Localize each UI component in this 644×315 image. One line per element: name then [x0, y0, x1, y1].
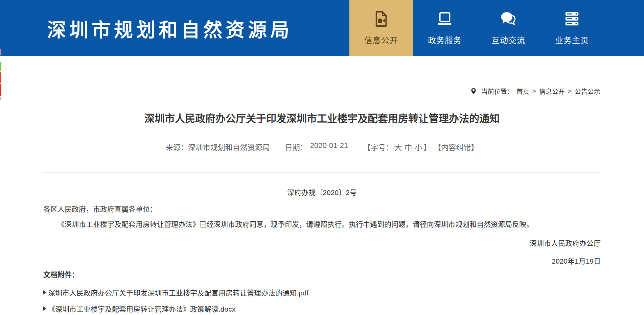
left-edge-sliver [0, 97, 1, 100]
doc-number: 深府办规〔2020〕2号 [0, 187, 644, 197]
fontsize-medium-button[interactable]: 中 [405, 141, 412, 152]
breadcrumb-separator: > [532, 88, 536, 95]
signature-org: 深圳市人民政府办公厅 [530, 238, 601, 248]
attachment-text-pdf[interactable]: 深圳市人民政府办公厅关于印发深圳市工业楼宇及配套用房转让管理办法的通知.pdf [48, 287, 308, 297]
divider [44, 172, 600, 173]
breadcrumb-label: 当前位置： [481, 87, 513, 96]
breadcrumb-separator: > [568, 88, 572, 95]
tab-government-services[interactable]: 政务服务 [413, 0, 477, 56]
tab-label: 政务服务 [428, 34, 462, 46]
attachments-label: 文档附件： [43, 269, 79, 279]
meta-date-label: 日期： [285, 141, 307, 152]
meta-date-value: 2020-01-21 [310, 141, 348, 152]
attachment-link-pdf[interactable]: 深圳市人民政府办公厅关于印发深圳市工业楼宇及配套用房转让管理办法的通知.pdf [43, 287, 308, 297]
fontsize-suffix: 】 [423, 141, 431, 152]
tab-label: 业务主页 [555, 34, 589, 46]
fontsize-prefix: 【字号： [363, 141, 393, 152]
tab-business-home[interactable]: 业务主页 [540, 0, 604, 56]
server-stack-icon [564, 10, 580, 28]
body-paragraph: 《深圳市工业楼宇及配套用房转让管理办法》已经深圳市政府同意，现予印发，请遵照执行… [43, 219, 601, 230]
signature-date: 2020年1月19日 [552, 256, 601, 266]
breadcrumb: 当前位置： 首页 > 信息公开 > 公告公示 [471, 87, 600, 96]
location-pin-icon [471, 88, 476, 95]
attachment-link-docx[interactable]: 《深圳市工业楼宇及配套用房转让管理办法》政策解读.docx [43, 304, 235, 314]
breadcrumb-info-disclosure[interactable]: 信息公开 [539, 87, 565, 96]
site-header: 深圳市规划和自然资源局 信息公开 [0, 0, 644, 56]
chat-bubbles-icon [500, 10, 516, 28]
top-nav: 信息公开 政务服务 [349, 0, 604, 56]
device-icon [437, 10, 453, 28]
content-correction-button[interactable]: 【内容纠错】 [434, 141, 478, 152]
breadcrumb-home[interactable]: 首页 [516, 87, 529, 96]
triangle-bullet-icon [43, 307, 46, 311]
breadcrumb-announcements[interactable]: 公告公示 [575, 87, 600, 96]
left-edge-sliver [0, 49, 1, 55]
fontsize-large-button[interactable]: 大 [394, 141, 402, 152]
page: 深圳市规划和自然资源局 信息公开 [0, 0, 644, 315]
triangle-bullet-icon [43, 290, 46, 294]
tab-interaction[interactable]: 互动交流 [477, 0, 540, 56]
left-edge-sliver [0, 72, 1, 83]
meta-source: 来源：深圳市规划和自然资源局 [166, 141, 270, 152]
article-title: 深圳市人民政府办公厅关于印发深圳市工业楼宇及配套用房转让管理办法的通知 [0, 110, 644, 125]
left-edge-sliver [0, 84, 1, 96]
article-meta: 来源：深圳市规划和自然资源局 日期： 2020-01-21 【字号： 大 中 小… [0, 141, 644, 152]
font-size-control: 【字号： 大 中 小 】 [363, 141, 431, 152]
salutation: 各区人民政府，市政府直属各单位： [43, 203, 157, 214]
left-edge-sliver [0, 62, 1, 71]
tab-info-disclosure[interactable]: 信息公开 [349, 0, 413, 56]
meta-date: 日期： 2020-01-21 [285, 141, 348, 152]
site-title: 深圳市规划和自然资源局 [47, 15, 293, 42]
tab-label: 互动交流 [491, 34, 525, 46]
document-video-icon [374, 10, 388, 28]
fontsize-small-button[interactable]: 小 [415, 141, 422, 152]
tab-label: 信息公开 [364, 34, 398, 46]
attachment-text-docx[interactable]: 《深圳市工业楼宇及配套用房转让管理办法》政策解读.docx [48, 304, 235, 314]
